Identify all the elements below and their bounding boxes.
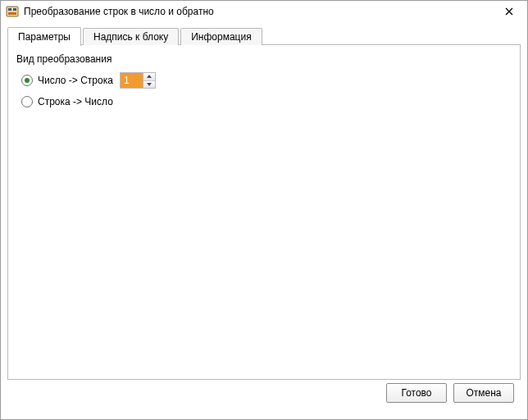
close-button[interactable]: [491, 1, 527, 22]
svg-rect-3: [8, 12, 16, 15]
close-icon: [505, 7, 513, 16]
cancel-button-label: Отмена: [466, 387, 501, 399]
cancel-button[interactable]: Отмена: [453, 383, 514, 403]
precision-spin-buttons: [143, 72, 156, 89]
chevron-up-icon: [147, 75, 152, 78]
precision-spin-up[interactable]: [143, 73, 155, 80]
ok-button-label: Готово: [401, 387, 431, 399]
chevron-down-icon: [147, 83, 152, 86]
ok-button[interactable]: Готово: [386, 383, 447, 403]
option-str-to-num-row: Строка -> Число: [21, 93, 512, 111]
precision-spinner: 1: [120, 72, 156, 89]
tab-parameters[interactable]: Параметры: [7, 27, 81, 46]
radio-icon: [21, 96, 33, 107]
tab-info[interactable]: Информация: [180, 28, 262, 45]
section-label: Вид преобразования: [16, 53, 512, 65]
svg-rect-0: [7, 7, 18, 16]
option-num-to-str[interactable]: Число -> Строка: [21, 75, 113, 86]
tab-info-label: Информация: [191, 31, 251, 43]
svg-rect-2: [13, 8, 16, 11]
option-str-to-num[interactable]: Строка -> Число: [21, 96, 113, 107]
tab-panel-parameters: Вид преобразования Число -> Строка 1: [7, 45, 521, 380]
app-icon: [6, 5, 19, 18]
precision-value[interactable]: 1: [120, 72, 143, 89]
option-num-to-str-label: Число -> Строка: [38, 75, 113, 86]
radio-icon: [21, 75, 33, 86]
window-title: Преобразование строк в число и обратно: [24, 6, 491, 17]
dialog-window: Преобразование строк в число и обратно П…: [0, 0, 528, 420]
tab-caption-label: Надпись к блоку: [93, 31, 168, 43]
dialog-footer: Готово Отмена: [7, 380, 521, 413]
precision-spin-down[interactable]: [143, 80, 155, 89]
option-str-to-num-label: Строка -> Число: [38, 96, 113, 107]
tab-caption[interactable]: Надпись к блоку: [83, 28, 179, 45]
tab-parameters-label: Параметры: [18, 31, 71, 43]
titlebar: Преобразование строк в число и обратно: [1, 1, 527, 22]
tabstrip: Параметры Надпись к блоку Информация: [7, 25, 521, 45]
svg-rect-1: [8, 8, 11, 11]
client-area: Параметры Надпись к блоку Информация Вид…: [1, 22, 527, 419]
option-num-to-str-row: Число -> Строка 1: [21, 71, 512, 89]
